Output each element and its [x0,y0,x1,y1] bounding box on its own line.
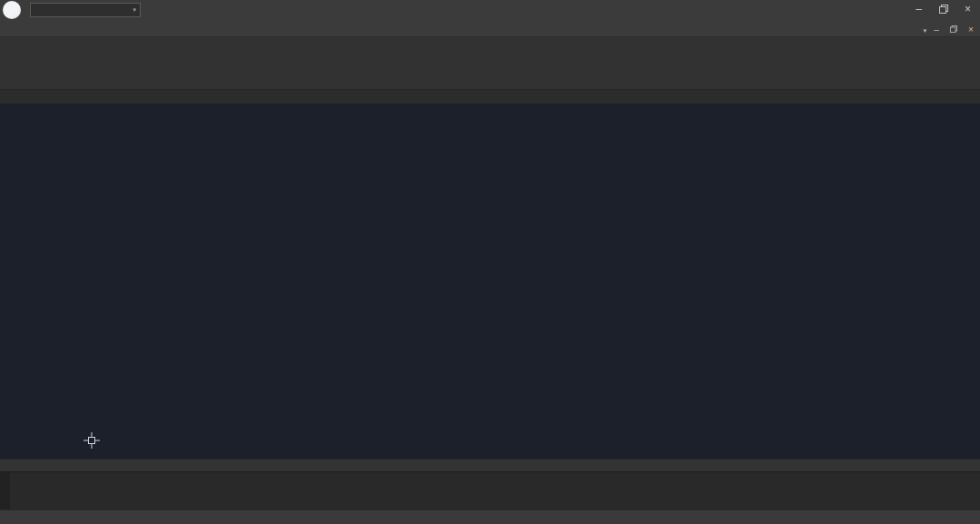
mdi-controls: ▾ – × [923,23,978,35]
doc-minimize-button[interactable]: – [929,23,944,35]
appearance-menu[interactable]: ▾ [923,25,926,35]
command-window[interactable] [0,471,980,509]
minimize-button[interactable]: – [906,0,931,18]
command-history [10,472,14,509]
title-bar: ▾ – × [0,0,980,20]
window-controls: – × [906,0,980,18]
status-bar [0,509,980,524]
chevron-down-icon: ▾ [132,6,136,14]
doc-close-button[interactable]: × [964,23,978,35]
floor-plan-monochrome [506,113,958,456]
application-window: ▾ – × ▾ – × [0,0,980,524]
ribbon-tab-bar: ▾ – × [0,20,980,37]
command-gutter [0,472,10,509]
chevron-down-icon: ▾ [923,27,926,34]
doc-restore-button[interactable] [946,23,961,35]
workspace-select[interactable]: ▾ [30,3,141,17]
crosshair-cursor [83,432,100,449]
ribbon [0,37,980,90]
drawing-canvas[interactable] [0,104,980,459]
close-button[interactable]: × [956,0,980,18]
floor-plan-colored [11,111,479,447]
layout-tab-bar [0,459,980,471]
gstarcad-logo[interactable] [3,1,21,19]
restore-button[interactable] [931,0,956,18]
document-tab-bar [0,90,980,104]
